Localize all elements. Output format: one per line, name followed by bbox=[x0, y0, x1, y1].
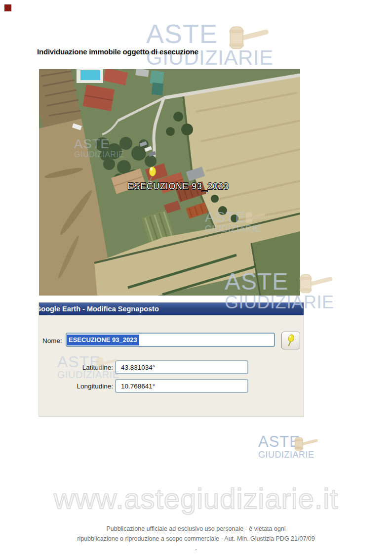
gavel-icon bbox=[286, 436, 319, 455]
brand-watermark-map-left: ASTE GIUDIZIARIE bbox=[74, 138, 124, 159]
footer-line2: ripubblicazione o riproduzione a scopo c… bbox=[0, 534, 392, 544]
name-input[interactable]: ESECUZIONE 93_2023 bbox=[66, 333, 275, 347]
pushpin-button[interactable] bbox=[281, 332, 300, 349]
gavel-icon bbox=[88, 356, 118, 374]
map-label: ESECUZIONE 93_2023 bbox=[128, 181, 229, 192]
longitude-label: Longitudine: bbox=[61, 383, 113, 390]
pushpin-icon bbox=[285, 334, 296, 347]
brand-line2: GIUDIZIARIE bbox=[74, 151, 124, 159]
footer-page-dash: - bbox=[0, 545, 392, 555]
gavel-icon bbox=[288, 272, 334, 299]
satellite-map-art: ESECUZIONE 93_2023 bbox=[39, 69, 300, 296]
brand-line1: ASTE bbox=[74, 138, 124, 150]
latitude-input[interactable]: 43.831034° bbox=[115, 360, 248, 374]
gavel-icon bbox=[216, 24, 270, 56]
footer: Pubblicazione ufficiale ad esclusivo uso… bbox=[0, 524, 392, 555]
satellite-map-image: ESECUZIONE 93_2023 ASTE GIUDIZIARIE ASTE… bbox=[39, 69, 300, 296]
name-field-label: Nome: bbox=[42, 337, 62, 344]
page-title: Individuazione immobile oggetto di esecu… bbox=[37, 47, 198, 56]
gavel-icon bbox=[238, 211, 266, 227]
corner-marker bbox=[4, 4, 11, 11]
longitude-input[interactable]: 10.768641° bbox=[115, 379, 248, 393]
name-input-selected-text: ESECUZIONE 93_2023 bbox=[67, 335, 139, 345]
document-page: ASTE GIUDIZIARIE Individuazione immobile… bbox=[0, 0, 392, 555]
footer-line1: Pubblicazione ufficiale ad esclusivo uso… bbox=[0, 524, 392, 534]
site-url-watermark: www.astegiudiziarie.it bbox=[0, 482, 392, 515]
